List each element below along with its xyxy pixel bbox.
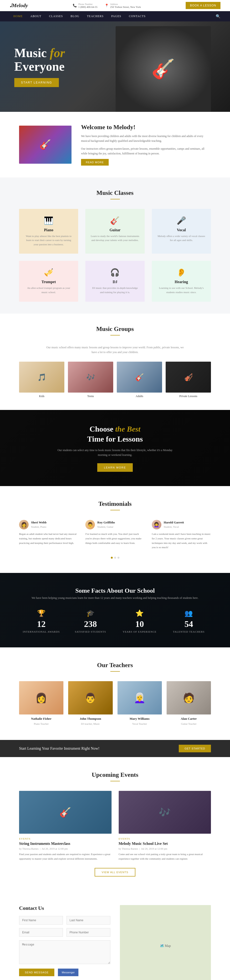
- hero-cta-button[interactable]: Start Learning: [14, 78, 59, 87]
- teacher-role: Guitar Teacher: [181, 722, 196, 725]
- classes-grid: 🎹 Piano Want to play almost like the bes…: [19, 209, 211, 302]
- event-card: 🎶 Events Melody Music School Live Set by…: [119, 791, 211, 861]
- testimonials-grid: 👩 Sheri Webb Student, Piano Began as adu…: [19, 520, 211, 550]
- event-title: String Instruments Masterclass: [19, 842, 112, 846]
- search-icon[interactable]: 🔍: [216, 14, 220, 19]
- teacher-photo: 👩‍🦳: [118, 681, 162, 714]
- events-grid: 🎸 Events String Instruments Masterclass …: [19, 791, 211, 861]
- author-name: Sheri Webb: [31, 520, 46, 524]
- teachers-grid: 👩 Nathalie Fisher Piano Teacher 👨 John T…: [19, 681, 211, 725]
- best-time-desc: Our students can select any time to book…: [56, 448, 175, 458]
- fact-item: ⭐ 10 Years of Experience: [118, 609, 162, 633]
- event-meta: by Theresa Barnes | Jul 20, 2019 at 12:0…: [119, 847, 211, 850]
- contact-section: Contact Us Send Message Messenger: [0, 891, 230, 980]
- testimonial-item: 👩 Sheri Webb Student, Piano Began as adu…: [19, 520, 78, 550]
- author-name: Harold Garrett: [164, 520, 184, 524]
- group-item: 🎻 Private Lessons: [166, 362, 211, 398]
- teacher-photo: 👨: [68, 681, 112, 714]
- testimonials-title: Testimonials: [19, 500, 211, 508]
- group-item: 🎶 Teens: [68, 362, 113, 398]
- contact-map: 🗺️ Map: [120, 905, 211, 980]
- message-input[interactable]: [19, 940, 110, 964]
- hero-image: 🎸: [116, 26, 211, 112]
- nav-pages[interactable]: Pages: [107, 11, 125, 21]
- class-icon: 👂: [157, 268, 206, 277]
- nav-classes[interactable]: Classes: [45, 11, 67, 21]
- event-image: 🎸: [19, 791, 112, 834]
- class-name: Vocal: [157, 228, 206, 232]
- dot-1[interactable]: [111, 557, 113, 558]
- class-icon: 🎺: [24, 268, 73, 277]
- testimonial-item: 👩‍🦱 Harold Garrett Student, Vocal I am a…: [152, 520, 211, 550]
- class-desc: DJ music that provides in-depth knowledg…: [90, 286, 140, 294]
- contact-buttons: Send Message Messenger: [19, 969, 110, 976]
- author-info: Harold Garrett Student, Vocal: [164, 520, 184, 529]
- groups-divider: [110, 335, 120, 336]
- group-name: Teens: [68, 395, 113, 398]
- fact-number: 12: [19, 619, 63, 629]
- author-avatar: 👩: [19, 520, 29, 530]
- teacher-card: 👩‍🦳 Mary Williams Vocal Teacher: [118, 681, 162, 725]
- class-desc: Want to play almost like the best pianis…: [24, 234, 73, 247]
- fact-label: Talented Teachers: [167, 630, 211, 633]
- nav-teachers[interactable]: Teachers: [83, 11, 107, 21]
- author-role: Student, Vocal: [164, 525, 179, 528]
- last-name-input[interactable]: [67, 916, 110, 924]
- nav-about[interactable]: About: [26, 11, 45, 21]
- group-name: Kids: [19, 395, 64, 398]
- class-name: Piano: [24, 228, 73, 232]
- hero-person-image: 🎸: [116, 26, 211, 112]
- welcome-section: 🎸 Welcome to Melody! We have been provid…: [0, 112, 230, 178]
- class-name: Trumpet: [24, 280, 73, 284]
- group-image: 🎻: [166, 362, 211, 393]
- author-role: Student, Piano: [31, 525, 46, 528]
- cta-button[interactable]: Get Started: [179, 745, 211, 752]
- testimonial-item: 👨 Roy Griffiths Student, Guitar I've lea…: [85, 520, 144, 550]
- view-all-events-button[interactable]: View All Events: [94, 868, 136, 877]
- send-message-button[interactable]: Send Message: [19, 969, 54, 976]
- event-image: 🎶: [119, 791, 211, 834]
- contact-row: [19, 928, 110, 937]
- class-item: 👂 Hearing Learning to use with our Schoo…: [152, 261, 211, 301]
- read-more-button[interactable]: Read More: [81, 159, 109, 165]
- location-icon: 📍: [105, 3, 109, 8]
- hero-heading: Music for Everyone: [14, 46, 65, 73]
- dot-2[interactable]: [114, 557, 116, 558]
- author-avatar: 👨: [85, 520, 95, 530]
- teacher-card: 👩 Nathalie Fisher Piano Teacher: [19, 681, 63, 725]
- groups-intro: Our music school offers many music lesso…: [44, 345, 187, 355]
- welcome-image: 🎸: [19, 126, 72, 164]
- event-card: 🎸 Events String Instruments Masterclass …: [19, 791, 112, 861]
- book-lesson-button[interactable]: Book a Lesson: [186, 2, 220, 9]
- phone-input[interactable]: [67, 928, 110, 937]
- email-input[interactable]: [19, 928, 63, 937]
- learn-more-button[interactable]: Learn More: [97, 463, 133, 472]
- class-item: 🎺 Trumpet An after-school trumpet progra…: [19, 261, 78, 301]
- teachers-section: Our Teachers 👩 Nathalie Fisher Piano Tea…: [0, 648, 230, 740]
- nav-blog[interactable]: Blog: [67, 11, 83, 21]
- fact-icon: 🎓: [68, 609, 112, 617]
- teacher-photo: 🧑: [167, 681, 211, 714]
- fact-icon: 🏆: [19, 609, 63, 617]
- welcome-paragraph-2: Our instructors offers group masterclass…: [81, 146, 211, 156]
- fact-number: 54: [167, 619, 211, 629]
- nav-home[interactable]: Home: [10, 11, 26, 21]
- facts-grid: 🏆 12 International Awards 🎓 238 Satisfie…: [19, 609, 211, 633]
- teachers-divider: [110, 671, 120, 671]
- dot-3[interactable]: [118, 557, 120, 558]
- testimonial-author: 👩‍🦱 Harold Garrett Student, Vocal: [152, 520, 211, 530]
- messenger-button[interactable]: Messenger: [58, 969, 78, 976]
- group-item: 🎸 Adults: [117, 362, 162, 398]
- fact-label: International Awards: [19, 630, 63, 633]
- event-title: Melody Music School Live Set: [119, 842, 211, 846]
- first-name-input[interactable]: [19, 916, 63, 924]
- events-section: Upcoming Events 🎸 Events String Instrume…: [0, 757, 230, 891]
- author-avatar: 👩‍🦱: [152, 520, 161, 530]
- nav-links: Home About Classes Blog Teachers Pages C…: [10, 11, 149, 21]
- class-item: 🎸 Guitar Learn to study the world's famo…: [85, 209, 144, 254]
- address-text: 250 Trebon Street, New York: [110, 5, 141, 8]
- group-item: 🎵 Kids: [19, 362, 64, 398]
- phone-field: [67, 928, 110, 937]
- author-info: Roy Griffiths Student, Guitar: [97, 520, 115, 529]
- nav-contacts[interactable]: Contacts: [125, 11, 149, 21]
